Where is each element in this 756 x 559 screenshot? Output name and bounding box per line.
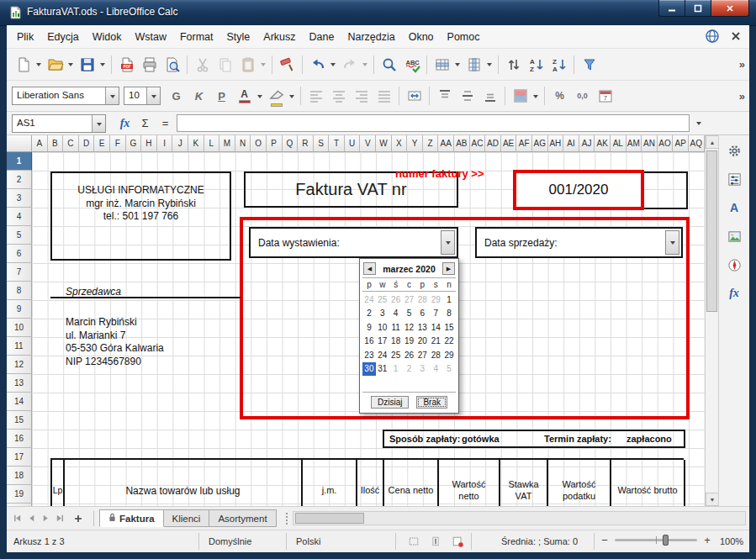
clone-formatting-button[interactable] [276,53,299,76]
format-percent-button[interactable]: % [548,85,571,108]
calendar-day[interactable]: 9 [362,320,376,335]
row-header-17[interactable]: 17 [7,448,32,467]
row-header-3[interactable]: 3 [7,189,32,208]
calendar-day[interactable]: 5 [403,307,416,321]
menu-item-narz-dzia[interactable]: Narzędzia [341,28,401,46]
column-header-ab[interactable]: AB [454,135,470,151]
export-pdf-button[interactable]: PDF [115,53,138,76]
formula-input-line[interactable] [177,114,690,132]
font-color-dropdown-arrow[interactable] [256,85,264,108]
column-header-a[interactable]: A [32,135,48,151]
column-header-m[interactable]: M [219,135,235,151]
vertical-scrollbar-thumb[interactable] [706,150,717,312]
calendar-day[interactable]: 23 [362,348,376,362]
highlight-color-button[interactable] [265,85,288,108]
column-header-an[interactable]: AN [642,135,658,151]
row-header-16[interactable]: 16 [7,430,32,448]
open-button[interactable] [44,53,66,76]
align-center-button[interactable] [327,85,350,108]
toolbar-overflow-button[interactable]: » [739,49,745,80]
menu-item-arkusz[interactable]: Arkusz [256,28,302,46]
copy-button[interactable] [214,53,236,76]
align-left-button[interactable] [304,85,327,108]
cut-button[interactable] [191,53,214,76]
calendar-day[interactable]: 4 [429,362,442,377]
row-header-7[interactable]: 7 [7,263,32,282]
calendar-day[interactable]: 13 [415,320,429,335]
toolbar-overflow-button-2[interactable]: » [739,81,745,111]
undo-button[interactable] [306,53,329,76]
properties-icon[interactable] [723,168,745,190]
calendar-day[interactable]: 3 [376,307,389,321]
formula-button[interactable]: = [156,114,174,132]
name-box-dropdown-arrow[interactable] [92,115,105,132]
column-header-aa[interactable]: AA [438,135,454,151]
column-header-ai[interactable]: AI [563,135,579,151]
row-header-1[interactable]: 1 [7,152,32,171]
undo-dropdown-arrow[interactable] [329,53,337,76]
calendar-day[interactable]: 3 [415,362,429,377]
column-header-o[interactable]: O [251,135,267,151]
menu-item-widok[interactable]: Widok [86,28,129,46]
column-header-f[interactable]: F [110,135,126,151]
redo-button[interactable] [338,53,361,76]
zoom-slider[interactable] [615,539,697,541]
column-header-v[interactable]: V [360,135,376,151]
language-status[interactable]: Polski [296,536,320,546]
calendar-day[interactable]: 27 [403,293,416,307]
open-dropdown-arrow[interactable] [66,53,75,76]
column-header-k[interactable]: K [188,135,204,151]
font-color-button[interactable]: A [233,85,256,108]
today-button[interactable]: Dzisiaj [371,396,409,409]
print-preview-button[interactable] [161,53,183,76]
row-header-15[interactable]: 15 [7,411,32,430]
calendar-day[interactable]: 2 [403,362,416,377]
row-header-10[interactable]: 10 [7,319,32,337]
sum-button[interactable]: Σ [136,114,154,132]
calendar-day[interactable]: 8 [442,307,456,321]
sheet-tab-faktura[interactable]: Faktura [99,509,164,527]
column-header-aj[interactable]: AJ [579,135,595,151]
minimize-button[interactable] [658,0,685,17]
row-header-2[interactable]: 2 [7,171,32,189]
first-sheet-button[interactable] [10,511,24,525]
calendar-day[interactable]: 28 [429,348,442,362]
menu-item-format[interactable]: Format [173,28,220,46]
calendar-day[interactable]: 22 [442,335,456,349]
save-dropdown-arrow[interactable] [98,53,107,76]
column-header-ao[interactable]: AO [658,135,674,151]
columns-dropdown-arrow[interactable] [485,53,494,76]
calendar-day[interactable]: 25 [376,293,389,307]
calendar-day[interactable]: 26 [389,293,403,307]
calendar-day[interactable]: 26 [403,348,416,362]
calendar-day[interactable]: 10 [376,320,389,335]
column-header-ap[interactable]: AP [673,135,689,151]
column-header-y[interactable]: Y [407,135,423,151]
function-wizard-button[interactable]: fx [116,114,134,132]
underline-button[interactable]: P [210,85,233,108]
calendar-day[interactable]: 4 [389,307,403,321]
scroll-up-arrow[interactable]: ▲ [706,135,719,149]
rows-button[interactable] [431,53,453,76]
selection-statistics[interactable]: Średnia: ; Suma: 0 [501,536,578,546]
redo-dropdown-arrow[interactable] [361,53,369,76]
zoom-level[interactable]: 100% [720,536,743,546]
calendar-day[interactable]: 28 [415,293,429,307]
font-name-combo[interactable]: Liberation Sans [12,87,119,105]
calendar-day[interactable]: 29 [429,293,442,307]
previous-sheet-button[interactable] [24,511,39,525]
column-header-aq[interactable]: AQ [689,135,705,151]
calendar-day[interactable]: 25 [389,348,403,362]
calendar-day[interactable]: 29 [442,348,456,362]
column-header-u[interactable]: U [345,135,361,151]
rows-dropdown-arrow[interactable] [453,53,462,76]
column-header-j[interactable]: J [172,135,188,151]
calendar-day[interactable]: 21 [429,335,442,349]
menu-item-wstaw[interactable]: Wstaw [128,28,173,46]
calendar-day[interactable]: 31 [376,362,389,377]
paste-dropdown-arrow[interactable] [259,53,267,76]
column-header-ad[interactable]: AD [485,135,501,151]
issue-date-combo[interactable]: Data wystawienia: [249,227,458,258]
italic-button[interactable]: K [188,85,210,108]
column-header-l[interactable]: L [204,135,220,151]
